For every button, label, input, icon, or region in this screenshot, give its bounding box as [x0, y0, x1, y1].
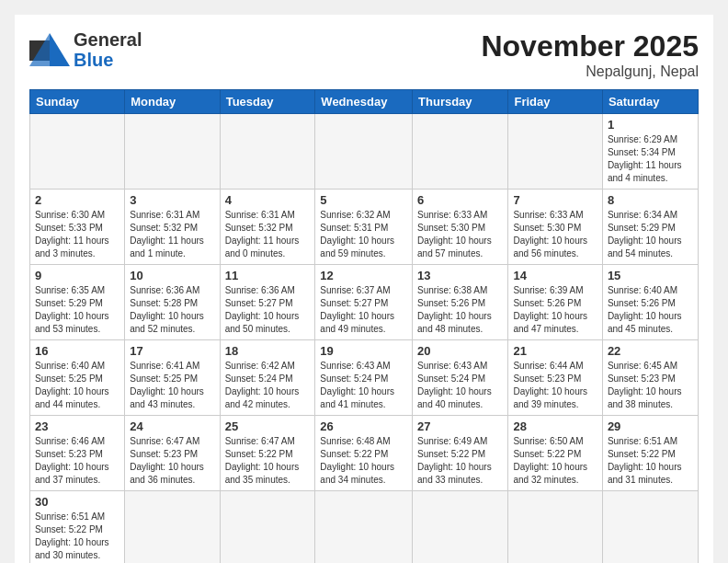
calendar-cell [30, 114, 125, 190]
day-number: 27 [417, 419, 503, 433]
col-wednesday: Wednesday [315, 90, 413, 114]
day-info: Sunrise: 6:31 AMSunset: 5:32 PMDaylight:… [130, 209, 214, 260]
title-section: November 2025 Nepalgunj, Nepal [481, 29, 699, 80]
calendar-cell: 4Sunrise: 6:31 AMSunset: 5:32 PMDaylight… [220, 190, 315, 265]
day-number: 16 [35, 344, 119, 358]
calendar-week-3: 16Sunrise: 6:40 AMSunset: 5:25 PMDayligh… [30, 340, 699, 416]
calendar-cell: 18Sunrise: 6:42 AMSunset: 5:24 PMDayligh… [220, 340, 315, 416]
calendar-cell: 30Sunrise: 6:51 AMSunset: 5:22 PMDayligh… [30, 491, 125, 564]
day-number: 18 [225, 344, 311, 358]
day-info: Sunrise: 6:41 AMSunset: 5:25 PMDaylight:… [130, 360, 214, 411]
day-number: 30 [35, 495, 119, 509]
calendar-cell: 17Sunrise: 6:41 AMSunset: 5:25 PMDayligh… [125, 340, 220, 416]
col-sunday: Sunday [30, 90, 125, 114]
day-number: 23 [35, 419, 119, 433]
day-number: 2 [35, 193, 119, 207]
calendar-cell: 7Sunrise: 6:33 AMSunset: 5:30 PMDaylight… [508, 190, 602, 265]
logo: General Blue [29, 29, 142, 70]
calendar-cell: 27Sunrise: 6:49 AMSunset: 5:22 PMDayligh… [413, 416, 508, 491]
day-number: 5 [320, 193, 407, 207]
calendar-cell: 24Sunrise: 6:47 AMSunset: 5:23 PMDayligh… [125, 416, 220, 491]
day-info: Sunrise: 6:40 AMSunset: 5:26 PMDaylight:… [608, 284, 693, 336]
day-number: 17 [130, 344, 214, 358]
day-info: Sunrise: 6:47 AMSunset: 5:23 PMDaylight:… [130, 435, 214, 487]
calendar-cell: 8Sunrise: 6:34 AMSunset: 5:29 PMDaylight… [602, 190, 698, 265]
day-info: Sunrise: 6:37 AMSunset: 5:27 PMDaylight:… [320, 284, 407, 336]
calendar-cell: 6Sunrise: 6:33 AMSunset: 5:30 PMDaylight… [413, 190, 508, 265]
calendar-cell: 25Sunrise: 6:47 AMSunset: 5:22 PMDayligh… [220, 416, 315, 491]
day-number: 19 [320, 344, 407, 358]
day-number: 20 [417, 344, 503, 358]
calendar-cell: 3Sunrise: 6:31 AMSunset: 5:32 PMDaylight… [125, 190, 220, 265]
day-info: Sunrise: 6:47 AMSunset: 5:22 PMDaylight:… [225, 435, 311, 487]
day-info: Sunrise: 6:42 AMSunset: 5:24 PMDaylight:… [225, 360, 311, 411]
day-info: Sunrise: 6:31 AMSunset: 5:32 PMDaylight:… [225, 209, 311, 260]
day-info: Sunrise: 6:30 AMSunset: 5:33 PMDaylight:… [35, 209, 119, 260]
day-number: 12 [320, 269, 407, 282]
calendar-cell: 11Sunrise: 6:36 AMSunset: 5:27 PMDayligh… [220, 265, 315, 340]
calendar-cell [315, 114, 413, 190]
calendar-table: Sunday Monday Tuesday Wednesday Thursday… [29, 89, 699, 563]
logo-icon [29, 33, 70, 66]
col-monday: Monday [125, 90, 220, 114]
day-number: 7 [513, 193, 597, 207]
calendar-cell [220, 114, 315, 190]
day-info: Sunrise: 6:40 AMSunset: 5:25 PMDaylight:… [35, 360, 119, 411]
logo-text: General [74, 29, 142, 50]
calendar-cell [220, 491, 315, 564]
calendar-cell: 13Sunrise: 6:38 AMSunset: 5:26 PMDayligh… [413, 265, 508, 340]
calendar-cell: 1Sunrise: 6:29 AMSunset: 5:34 PMDaylight… [602, 114, 698, 190]
calendar-week-2: 9Sunrise: 6:35 AMSunset: 5:29 PMDaylight… [30, 265, 699, 340]
day-number: 21 [513, 344, 597, 358]
day-info: Sunrise: 6:46 AMSunset: 5:23 PMDaylight:… [35, 435, 119, 487]
day-info: Sunrise: 6:33 AMSunset: 5:30 PMDaylight:… [417, 209, 503, 260]
svg-marker-1 [50, 33, 70, 66]
page: General Blue November 2025 Nepalgunj, Ne… [15, 15, 713, 563]
day-number: 8 [608, 193, 693, 207]
calendar-cell [315, 491, 413, 564]
calendar-cell: 14Sunrise: 6:39 AMSunset: 5:26 PMDayligh… [508, 265, 602, 340]
calendar-cell [602, 491, 698, 564]
day-info: Sunrise: 6:33 AMSunset: 5:30 PMDaylight:… [513, 209, 597, 260]
day-number: 10 [130, 269, 214, 282]
day-number: 22 [608, 344, 693, 358]
day-number: 24 [130, 419, 214, 433]
day-info: Sunrise: 6:49 AMSunset: 5:22 PMDaylight:… [417, 435, 503, 487]
calendar-cell: 5Sunrise: 6:32 AMSunset: 5:31 PMDaylight… [315, 190, 413, 265]
day-info: Sunrise: 6:44 AMSunset: 5:23 PMDaylight:… [513, 360, 597, 411]
day-number: 1 [608, 118, 693, 132]
calendar-cell: 22Sunrise: 6:45 AMSunset: 5:23 PMDayligh… [602, 340, 698, 416]
day-number: 26 [320, 419, 407, 433]
logo-blue-text: Blue [74, 50, 142, 70]
day-number: 15 [608, 269, 693, 282]
calendar-cell [508, 114, 602, 190]
col-thursday: Thursday [413, 90, 508, 114]
calendar-cell: 9Sunrise: 6:35 AMSunset: 5:29 PMDaylight… [30, 265, 125, 340]
day-number: 4 [225, 193, 311, 207]
day-info: Sunrise: 6:45 AMSunset: 5:23 PMDaylight:… [608, 360, 693, 411]
calendar-cell: 20Sunrise: 6:43 AMSunset: 5:24 PMDayligh… [413, 340, 508, 416]
day-info: Sunrise: 6:36 AMSunset: 5:27 PMDaylight:… [225, 284, 311, 336]
calendar-cell [125, 114, 220, 190]
day-info: Sunrise: 6:48 AMSunset: 5:22 PMDaylight:… [320, 435, 407, 487]
day-info: Sunrise: 6:51 AMSunset: 5:22 PMDaylight:… [35, 511, 119, 562]
day-info: Sunrise: 6:50 AMSunset: 5:22 PMDaylight:… [513, 435, 597, 487]
day-info: Sunrise: 6:38 AMSunset: 5:26 PMDaylight:… [417, 284, 503, 336]
day-info: Sunrise: 6:43 AMSunset: 5:24 PMDaylight:… [417, 360, 503, 411]
calendar-cell: 2Sunrise: 6:30 AMSunset: 5:33 PMDaylight… [30, 190, 125, 265]
page-title: November 2025 [481, 29, 699, 63]
day-number: 29 [608, 419, 693, 433]
calendar-cell [125, 491, 220, 564]
day-info: Sunrise: 6:34 AMSunset: 5:29 PMDaylight:… [608, 209, 693, 260]
calendar-week-1: 2Sunrise: 6:30 AMSunset: 5:33 PMDaylight… [30, 190, 699, 265]
calendar-cell: 26Sunrise: 6:48 AMSunset: 5:22 PMDayligh… [315, 416, 413, 491]
calendar-cell: 29Sunrise: 6:51 AMSunset: 5:22 PMDayligh… [602, 416, 698, 491]
calendar-cell: 12Sunrise: 6:37 AMSunset: 5:27 PMDayligh… [315, 265, 413, 340]
col-friday: Friday [508, 90, 602, 114]
day-number: 11 [225, 269, 311, 282]
col-tuesday: Tuesday [220, 90, 315, 114]
calendar-cell: 16Sunrise: 6:40 AMSunset: 5:25 PMDayligh… [30, 340, 125, 416]
calendar-week-4: 23Sunrise: 6:46 AMSunset: 5:23 PMDayligh… [30, 416, 699, 491]
day-info: Sunrise: 6:36 AMSunset: 5:28 PMDaylight:… [130, 284, 214, 336]
calendar-cell [413, 491, 508, 564]
